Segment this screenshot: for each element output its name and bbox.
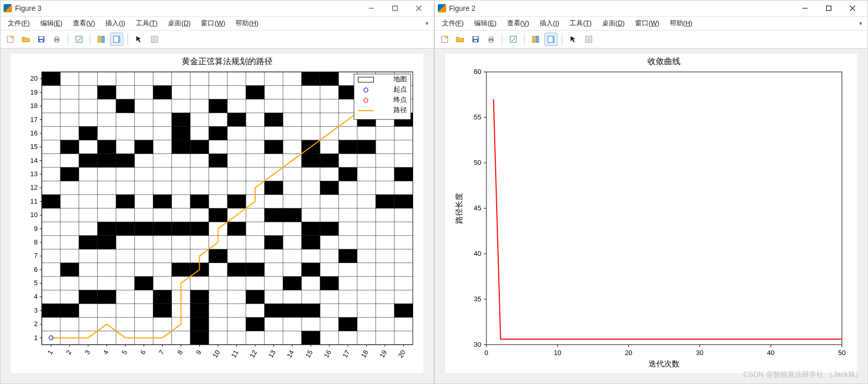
menu-item[interactable]: 插入(I) <box>534 18 564 29</box>
svg-text:50: 50 <box>474 159 481 166</box>
menubar: 文件(F)编辑(E)查看(V)插入(I)工具(T)桌面(D)窗口(W)帮助(H)… <box>1 17 434 30</box>
svg-rect-73 <box>79 290 98 303</box>
print-icon[interactable] <box>50 33 64 46</box>
svg-rect-77 <box>98 290 116 303</box>
toolbar <box>435 30 868 49</box>
svg-text:60: 60 <box>474 68 481 75</box>
svg-rect-121 <box>264 304 283 317</box>
maximize-button[interactable] <box>383 1 407 16</box>
menu-item[interactable]: 编辑(E) <box>35 18 68 29</box>
svg-text:收敛曲线: 收敛曲线 <box>648 57 681 66</box>
menu-item[interactable]: 窗口(W) <box>196 18 230 29</box>
open-icon[interactable] <box>453 33 467 46</box>
svg-rect-92 <box>153 222 172 235</box>
svg-rect-8 <box>40 40 43 42</box>
save-icon[interactable] <box>469 33 482 46</box>
link-axes-icon[interactable] <box>529 33 542 46</box>
svg-rect-150 <box>376 195 394 208</box>
menu-item[interactable]: 帮助(H) <box>230 18 263 29</box>
link-axes-icon[interactable] <box>94 33 108 46</box>
svg-text:3: 3 <box>34 306 38 314</box>
menu-item[interactable]: 帮助(H) <box>665 18 698 29</box>
titlebar[interactable]: Figure 2 <box>435 1 868 17</box>
svg-rect-71 <box>60 167 79 181</box>
save-icon[interactable] <box>35 33 48 46</box>
titlebar[interactable]: Figure 3 <box>1 1 434 17</box>
print-icon[interactable] <box>484 33 498 46</box>
properties-icon[interactable] <box>582 33 595 46</box>
svg-rect-115 <box>227 195 246 208</box>
menu-item[interactable]: 文件(F) <box>437 18 469 29</box>
insert-colorbar-icon[interactable] <box>544 33 558 46</box>
menu-item[interactable]: 窗口(W) <box>630 18 665 29</box>
minimize-button[interactable] <box>359 1 383 16</box>
menu-item[interactable]: 桌面(D) <box>597 18 630 29</box>
svg-rect-248 <box>827 6 831 11</box>
svg-rect-105 <box>190 222 209 235</box>
svg-rect-74 <box>79 236 98 249</box>
data-cursor-icon[interactable] <box>507 33 520 46</box>
convergence-chart: 收敛曲线0102030405030354045505560迭代次数路径长度 <box>445 54 858 373</box>
properties-icon[interactable] <box>148 33 161 46</box>
svg-text:11: 11 <box>230 349 240 359</box>
menu-overflow-icon[interactable]: ▾ <box>856 20 865 27</box>
svg-text:终点: 终点 <box>393 96 407 103</box>
data-cursor-icon[interactable] <box>72 33 86 46</box>
svg-text:19: 19 <box>378 349 388 359</box>
pointer-icon[interactable] <box>566 33 580 46</box>
close-button[interactable] <box>841 1 864 16</box>
menu-overflow-icon[interactable]: ▾ <box>422 20 432 27</box>
insert-colorbar-icon[interactable] <box>110 33 123 46</box>
svg-rect-83 <box>116 222 135 235</box>
svg-rect-126 <box>264 113 283 126</box>
svg-rect-137 <box>302 72 320 85</box>
svg-rect-114 <box>227 222 246 235</box>
svg-rect-68 <box>42 72 60 85</box>
matlab-icon <box>4 4 12 12</box>
window-title: Figure 2 <box>449 4 476 12</box>
svg-text:6: 6 <box>139 349 148 356</box>
svg-text:8: 8 <box>34 238 38 246</box>
svg-rect-264 <box>553 37 554 42</box>
menu-item[interactable]: 插入(I) <box>100 18 130 29</box>
menu-item[interactable]: 桌面(D) <box>163 18 196 29</box>
svg-rect-135 <box>302 153 320 167</box>
watermark: CSDN @智能算法研学社 （Jack旭） <box>744 370 862 379</box>
svg-rect-119 <box>246 263 264 277</box>
menu-item[interactable]: 查看(V) <box>502 18 534 29</box>
svg-text:4: 4 <box>102 349 111 356</box>
menu-item[interactable]: 查看(V) <box>68 18 100 29</box>
svg-rect-7 <box>39 37 43 39</box>
figure2-window: Figure 2 文件(F)编辑(E)查看(V)插入(I)工具(T)桌面(D)窗… <box>434 0 869 384</box>
svg-text:35: 35 <box>474 295 481 303</box>
svg-rect-133 <box>302 236 320 249</box>
new-figure-icon[interactable] <box>438 33 451 46</box>
menu-item[interactable]: 文件(F) <box>3 18 35 29</box>
svg-rect-127 <box>283 304 302 317</box>
minimize-button[interactable] <box>793 1 817 16</box>
svg-rect-261 <box>532 36 535 42</box>
svg-text:45: 45 <box>474 204 481 212</box>
close-button[interactable] <box>407 1 431 16</box>
figure-canvas: 收敛曲线0102030405030354045505560迭代次数路径长度 CS… <box>435 49 868 383</box>
svg-text:13: 13 <box>30 170 38 178</box>
svg-text:55: 55 <box>474 113 481 121</box>
maximize-button[interactable] <box>817 1 841 16</box>
menu-item[interactable]: 工具(T) <box>131 18 163 29</box>
svg-rect-154 <box>394 167 413 181</box>
new-figure-icon[interactable] <box>4 33 17 46</box>
svg-rect-123 <box>264 208 283 222</box>
open-icon[interactable] <box>19 33 33 46</box>
pointer-icon[interactable] <box>132 33 146 46</box>
svg-text:40: 40 <box>767 349 774 357</box>
svg-rect-254 <box>474 37 478 39</box>
menu-item[interactable]: 工具(T) <box>564 18 597 29</box>
menu-item[interactable]: 编辑(E) <box>469 18 501 29</box>
svg-text:18: 18 <box>30 102 38 110</box>
svg-rect-79 <box>98 222 116 235</box>
toolbar <box>1 30 434 49</box>
svg-rect-85 <box>116 153 135 167</box>
svg-rect-145 <box>339 167 357 181</box>
svg-rect-110 <box>209 153 227 167</box>
svg-rect-1 <box>392 6 397 11</box>
